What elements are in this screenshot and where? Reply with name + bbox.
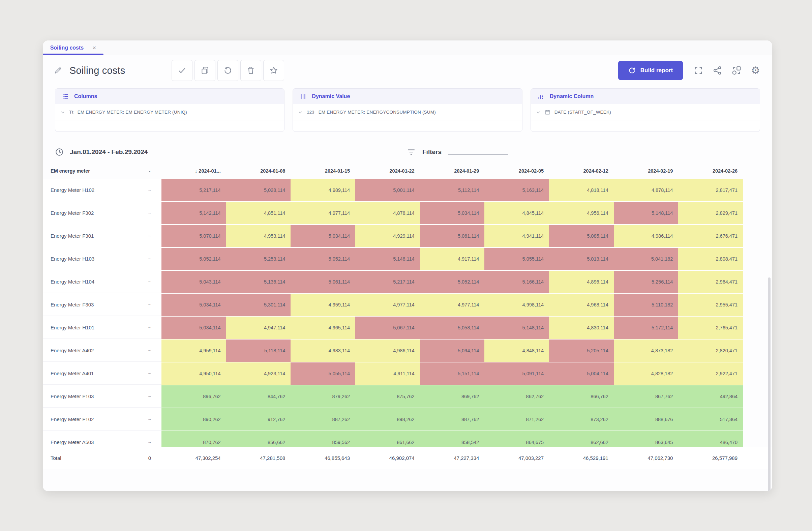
panel-drop-zone[interactable]	[531, 120, 760, 131]
value-cell[interactable]: 486,470	[678, 431, 743, 447]
value-cell[interactable]: 5,013,114	[549, 248, 614, 270]
star-button[interactable]	[263, 60, 284, 81]
copy-button[interactable]	[194, 60, 215, 81]
value-cell[interactable]: 5,034,114	[291, 225, 355, 247]
value-cell[interactable]: 5,166,114	[484, 271, 549, 293]
row-expand-control[interactable]: ~	[138, 179, 161, 201]
vertical-scrollbar[interactable]	[768, 277, 770, 491]
filters-input[interactable]	[448, 149, 508, 155]
dynamic-value-panel-item[interactable]: 123 EM ENERGY METER: ENERGYCONSUMPTION (…	[293, 104, 522, 120]
value-cell[interactable]: 4,941,114	[484, 225, 549, 247]
row-expand-control[interactable]: ~	[138, 431, 161, 447]
row-expand-control[interactable]: ~	[138, 408, 161, 431]
value-cell[interactable]: 4,896,114	[549, 271, 614, 293]
value-cell[interactable]: 5,172,114	[614, 317, 679, 339]
value-cell[interactable]: 5,112,114	[420, 179, 485, 201]
value-cell[interactable]: 517,364	[678, 408, 743, 431]
column-header-date[interactable]: 2024-02-26	[678, 168, 743, 174]
share-icon[interactable]	[713, 66, 722, 75]
value-cell[interactable]: 4,953,114	[226, 225, 291, 247]
value-cell[interactable]: 4,911,114	[355, 362, 420, 385]
value-cell[interactable]: 5,142,114	[161, 202, 226, 224]
column-header-date[interactable]: 2024-02-12	[549, 168, 614, 174]
value-cell[interactable]: 4,986,114	[614, 225, 679, 247]
value-cell[interactable]: 5,085,114	[549, 225, 614, 247]
value-cell[interactable]: 2,829,471	[678, 202, 743, 224]
value-cell[interactable]: 4,959,114	[291, 293, 355, 316]
value-cell[interactable]: 5,148,114	[614, 202, 679, 224]
columns-panel-item[interactable]: Tt EM ENERGY METER: EM ENERGY METER (UNI…	[55, 104, 284, 120]
value-cell[interactable]: 5,052,114	[291, 248, 355, 270]
value-cell[interactable]: 5,061,114	[291, 271, 355, 293]
value-cell[interactable]: 5,253,114	[226, 248, 291, 270]
value-cell[interactable]: 5,148,114	[484, 317, 549, 339]
column-header-date[interactable]: 2024-02-19	[614, 168, 679, 174]
row-expand-control[interactable]: ~	[138, 293, 161, 316]
value-cell[interactable]: 5,110,182	[614, 293, 679, 316]
value-cell[interactable]: 5,055,114	[484, 248, 549, 270]
value-cell[interactable]: 4,947,114	[226, 317, 291, 339]
value-cell[interactable]: 4,851,114	[226, 202, 291, 224]
column-header-date[interactable]: ↓2024-01...	[161, 168, 226, 174]
value-cell[interactable]: 862,662	[549, 431, 614, 447]
value-cell[interactable]: 5,148,114	[355, 248, 420, 270]
value-cell[interactable]: 4,950,114	[161, 362, 226, 385]
value-cell[interactable]: 896,762	[161, 385, 226, 407]
value-cell[interactable]: 5,163,114	[484, 179, 549, 201]
value-cell[interactable]: 890,262	[161, 408, 226, 431]
value-cell[interactable]: 5,118,114	[226, 340, 291, 362]
chevron-down-icon[interactable]	[60, 110, 65, 115]
value-cell[interactable]: 5,217,114	[161, 179, 226, 201]
value-cell[interactable]: 2,964,471	[678, 271, 743, 293]
value-cell[interactable]: 5,067,114	[355, 317, 420, 339]
value-cell[interactable]: 5,043,114	[161, 271, 226, 293]
value-cell[interactable]: 879,262	[291, 385, 355, 407]
value-cell[interactable]: 4,873,182	[614, 340, 679, 362]
value-cell[interactable]: 4,878,114	[614, 179, 679, 201]
build-report-button[interactable]: Build report	[618, 61, 683, 80]
value-cell[interactable]: 861,662	[355, 431, 420, 447]
tab-soiling-costs[interactable]: Soiling costs ×	[43, 41, 103, 55]
value-cell[interactable]: 4,956,114	[549, 202, 614, 224]
value-cell[interactable]: 4,968,114	[549, 293, 614, 316]
check-button[interactable]	[172, 60, 192, 81]
value-cell[interactable]: 5,136,114	[226, 271, 291, 293]
value-cell[interactable]: 863,645	[614, 431, 679, 447]
value-cell[interactable]: 5,052,114	[161, 248, 226, 270]
value-cell[interactable]: 4,983,114	[291, 340, 355, 362]
value-cell[interactable]: 4,917,114	[420, 248, 485, 270]
value-cell[interactable]: 4,998,114	[484, 293, 549, 316]
value-cell[interactable]: 2,955,471	[678, 293, 743, 316]
column-header-expander[interactable]: -	[138, 168, 161, 174]
value-cell[interactable]: 5,094,114	[420, 340, 485, 362]
value-cell[interactable]: 858,542	[420, 431, 485, 447]
value-cell[interactable]: 866,762	[549, 385, 614, 407]
column-header-date[interactable]: 2024-01-22	[355, 168, 420, 174]
chevron-down-icon[interactable]	[298, 110, 303, 115]
value-cell[interactable]: 5,256,114	[614, 271, 679, 293]
value-cell[interactable]: 4,845,114	[484, 202, 549, 224]
column-header-date[interactable]: 2024-01-29	[420, 168, 485, 174]
row-expand-control[interactable]: ~	[138, 340, 161, 362]
value-cell[interactable]: 898,262	[355, 408, 420, 431]
value-cell[interactable]: 870,762	[161, 431, 226, 447]
value-cell[interactable]: 4,929,114	[355, 225, 420, 247]
value-cell[interactable]: 4,989,114	[291, 179, 355, 201]
value-cell[interactable]: 4,965,114	[291, 317, 355, 339]
column-header-date[interactable]: 2024-02-05	[484, 168, 549, 174]
value-cell[interactable]: 5,034,114	[161, 293, 226, 316]
close-icon[interactable]: ×	[92, 44, 96, 51]
value-cell[interactable]: 875,762	[355, 385, 420, 407]
row-expand-control[interactable]: ~	[138, 202, 161, 224]
value-cell[interactable]: 2,922,471	[678, 362, 743, 385]
value-cell[interactable]: 4,818,114	[549, 179, 614, 201]
value-cell[interactable]: 2,808,471	[678, 248, 743, 270]
value-cell[interactable]: 856,662	[226, 431, 291, 447]
value-cell[interactable]: 912,762	[226, 408, 291, 431]
row-expand-control[interactable]: ~	[138, 225, 161, 247]
value-cell[interactable]: 5,301,114	[226, 293, 291, 316]
column-header-date[interactable]: 2024-01-08	[226, 168, 291, 174]
trash-button[interactable]	[240, 60, 261, 81]
value-cell[interactable]: 864,675	[484, 431, 549, 447]
value-cell[interactable]: 4,830,114	[549, 317, 614, 339]
